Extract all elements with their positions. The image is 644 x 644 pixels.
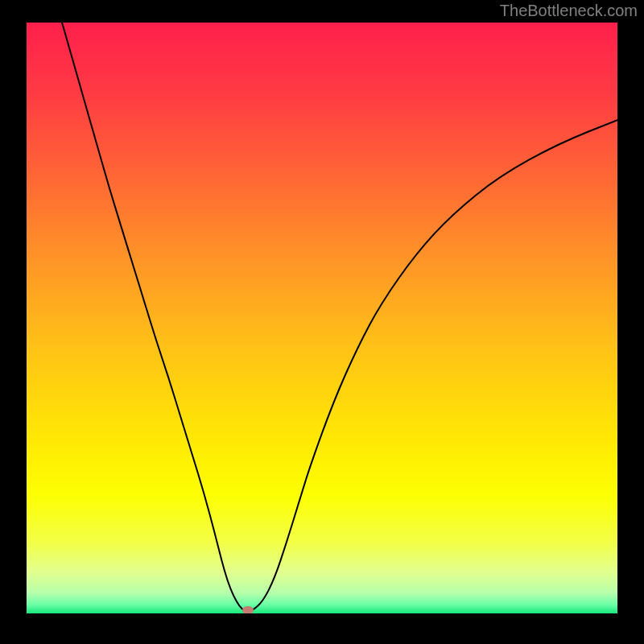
bottleneck-curve xyxy=(27,23,617,613)
watermark-text: TheBottleneck.com xyxy=(500,2,638,20)
bottleneck-point-marker xyxy=(242,606,254,613)
plot-area xyxy=(27,23,617,613)
chart-frame: TheBottleneck.com xyxy=(0,0,644,644)
